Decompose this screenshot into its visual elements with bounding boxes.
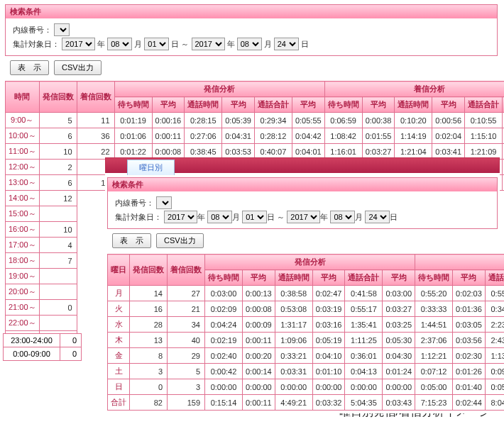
table-row: 金8290:02:400:00:200:33:210:04:100:36:010… <box>108 348 505 364</box>
table-row: 水28340:04:240:00:091:31:170:03:161:35:41… <box>108 317 505 333</box>
col-in-g: 着信分析 <box>324 82 504 97</box>
col-out-g: 発信分析 <box>114 82 324 97</box>
show-button[interactable]: 表 示 <box>10 60 49 75</box>
table-row: 合計821590:15:140:00:114:49:210:03:325:04:… <box>108 395 505 411</box>
tab-bar: 曜日別 <box>105 157 500 173</box>
table-row: 9:00～5110:01:190:00:160:28:150:05:390:29… <box>6 113 505 128</box>
ext-select-2[interactable] <box>156 196 172 209</box>
col-out-n: 発信回数 <box>39 82 77 113</box>
col-day: 曜日 <box>108 255 130 286</box>
table-row: 木13400:02:190:00:111:09:060:05:191:11:25… <box>108 333 505 348</box>
date-label: 集計対象日： <box>13 40 60 48</box>
d2[interactable]: 24 <box>274 38 299 50</box>
search-title-2: 検索条件 <box>108 178 497 191</box>
d1[interactable]: 01 <box>144 38 169 50</box>
button-row-2: 表 示 CSV出力 <box>112 233 493 248</box>
csv-button[interactable]: CSV出力 <box>54 60 102 75</box>
m1[interactable]: 08 <box>107 38 132 50</box>
y2[interactable]: 2017 <box>192 38 225 50</box>
tab-daily[interactable]: 曜日別 <box>127 160 175 175</box>
search-body-2: 内線番号： 集計対象日： 2017年 08月 01日 ～ 2017年 08月 2… <box>108 191 497 228</box>
daily-table: 曜日 発信回数 着信回数 発信分析 着信分析 待ち時間平均通話時間平均通話合計平… <box>107 254 504 411</box>
search-body: 内線番号： 集計対象日： 2017 年 08 月 01 日 ～ 2017 年 0… <box>6 18 497 55</box>
table-row: 日030:00:000:00:000:00:000:00:000:00:000:… <box>108 379 505 395</box>
search-title: 検索条件 <box>6 5 497 18</box>
table-row: 土350:00:420:00:140:03:310:01:100:04:130:… <box>108 364 505 379</box>
ext-select[interactable] <box>54 23 70 36</box>
table-row: 月14270:03:000:00:130:38:580:02:470:41:58… <box>108 286 505 301</box>
table-row: 10:00～6360:01:060:00:110:27:060:04:310:2… <box>6 128 505 144</box>
search-box: 検索条件 内線番号： 集計対象日： 2017 年 08 月 01 日 ～ 201… <box>5 4 498 56</box>
y1[interactable]: 2017 <box>62 38 95 50</box>
search-box-2: 検索条件 内線番号： 集計対象日： 2017年 08月 01日 ～ 2017年 … <box>107 177 498 229</box>
daily-panel: 曜日別 検索条件 内線番号： 集計対象日： 2017年 08月 01日 ～ 20… <box>105 157 500 413</box>
col-time: 時間 <box>6 82 40 113</box>
button-row: 表 示 CSV出力 <box>10 60 493 75</box>
m2[interactable]: 08 <box>237 38 262 50</box>
ext-label: 内線番号： <box>13 26 52 34</box>
show-button-2[interactable]: 表 示 <box>112 233 151 248</box>
csv-button-2[interactable]: CSV出力 <box>156 233 204 248</box>
table-row: 火16210:02:090:00:080:53:080:03:190:55:17… <box>108 301 505 317</box>
extra-table: 23:00-24:0000:00-09:000 <box>3 333 82 361</box>
date-label-2: 集計対象日： <box>115 213 162 221</box>
ext-label-2: 内線番号： <box>115 199 154 207</box>
col-in-n: 着信回数 <box>77 82 114 113</box>
